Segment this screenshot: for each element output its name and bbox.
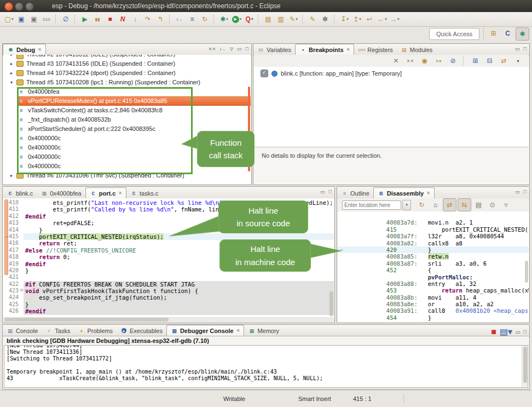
- debug-tree-row[interactable]: ▸ Thread #4 1073432224 (dport) (Suspende…: [3, 68, 251, 78]
- step-over-button[interactable]: ↷: [142, 13, 154, 25]
- view-menu-button[interactable]: ▽: [230, 47, 233, 51]
- debug-tree-row[interactable]: ▸ Thread #2 1073413312 (IDLE) (Suspended…: [3, 55, 251, 59]
- tab-close-icon[interactable]: ✕: [346, 47, 350, 52]
- toolbar-button[interactable]: [213, 15, 216, 24]
- debug-perspective-button[interactable]: ✱: [516, 27, 529, 41]
- chevron-down-icon[interactable]: ▾: [346, 17, 349, 21]
- scrollbar-thumb[interactable]: [523, 347, 527, 383]
- disassembly-line[interactable]: 40083a7d: movi.n a2, 1: [338, 213, 529, 219]
- suspend-button[interactable]: ▮▮: [91, 13, 104, 25]
- expand-arrow-icon[interactable]: ▸: [10, 55, 16, 59]
- vertical-scrollbar[interactable]: [522, 346, 528, 387]
- tab-outline[interactable]: Outline: [337, 188, 373, 198]
- debug-tree-row[interactable]: ▸ Thread #6 1073431096 (Tmr Svc) (Suspen…: [3, 171, 251, 180]
- view-menu-button[interactable]: ▾: [512, 55, 524, 67]
- toolbar-button[interactable]: [55, 15, 57, 24]
- remove-all-breakpoints-button[interactable]: ✕✕: [404, 55, 417, 67]
- tab-close-icon[interactable]: ✕: [118, 191, 122, 196]
- run-button[interactable]: ▶ ▾: [230, 13, 243, 25]
- profile-button[interactable]: Q ▾: [243, 13, 256, 25]
- location-input[interactable]: [342, 200, 401, 210]
- maximize-button[interactable]: □: [246, 46, 248, 51]
- maximize-button[interactable]: □: [329, 189, 332, 194]
- tab-debug[interactable]: Debug ✕: [3, 44, 46, 55]
- toolbar-button[interactable]: [169, 15, 171, 24]
- disconnect-button[interactable]: N: [117, 13, 129, 25]
- home-icon[interactable]: ⌂: [429, 199, 442, 211]
- tab-variables[interactable]: Variables: [253, 44, 295, 55]
- resume-button[interactable]: ▶: [79, 13, 91, 25]
- open-new-view-button[interactable]: ▤: [472, 199, 485, 211]
- tab-close-icon[interactable]: ✕: [426, 191, 430, 196]
- window-close-button[interactable]: [4, 2, 13, 11]
- code-line[interactable]: 421: [3, 274, 334, 280]
- vertical-scrollbar[interactable]: [329, 291, 333, 316]
- chevron-down-icon[interactable]: ▾: [240, 17, 242, 21]
- toggle-mark-occurrences-button[interactable]: ✎: [307, 13, 319, 25]
- vertical-scrollbar[interactable]: [525, 261, 528, 283]
- chevron-down-icon[interactable]: ▾: [385, 17, 387, 21]
- debug-tree-row[interactable]: ▸ Thread #3 1073413156 (IDLE) (Suspended…: [3, 59, 251, 68]
- cpp-perspective-button[interactable]: C: [501, 27, 514, 39]
- console-output[interactable]: [New Thread 1073468744] [New Thread 1073…: [4, 345, 528, 388]
- open-resource-button[interactable]: ▥: [275, 13, 287, 25]
- skip-all-breakpoints-button[interactable]: ⊘: [447, 55, 459, 67]
- debug-tree-row[interactable]: ▾ Thread #5 1073410208 (ipc1 : Running) …: [3, 78, 251, 87]
- pin-view-button[interactable]: ⊙: [486, 199, 499, 211]
- chevron-down-icon[interactable]: ▾: [296, 17, 298, 21]
- chevron-down-icon[interactable]: ▾: [508, 327, 512, 336]
- step-return-button[interactable]: ↰: [154, 13, 167, 25]
- tab-executables[interactable]: Executables: [117, 325, 166, 336]
- tab-registers[interactable]: Registers: [354, 44, 396, 55]
- expand-all-button[interactable]: ⊞: [469, 55, 482, 67]
- fold-marker-icon[interactable]: ⊖: [20, 288, 24, 293]
- location-dropdown-button[interactable]: ▾: [402, 200, 411, 210]
- breakpoint-checkbox[interactable]: [261, 70, 268, 77]
- remove-all-terminated-button[interactable]: ✕✕: [209, 47, 216, 51]
- link-with-debug-view-button[interactable]: ⇄: [498, 55, 510, 67]
- minimize-button[interactable]: ▭: [320, 189, 325, 194]
- display-selected-console-button[interactable]: ▤▾: [500, 326, 512, 337]
- maximize-button[interactable]: □: [524, 329, 527, 335]
- tab-breakpoints[interactable]: Breakpoints ✕: [295, 44, 354, 55]
- skip-all-breakpoints-button[interactable]: ∅: [60, 13, 72, 25]
- tab-blink-c[interactable]: blink.c: [3, 188, 37, 198]
- expand-arrow-icon[interactable]: ▸: [10, 171, 16, 180]
- tab-modules[interactable]: Modules: [397, 44, 437, 55]
- toolbar-button[interactable]: [334, 15, 336, 24]
- debug-tree-row[interactable]: _frxt_dispatch() at 0x4008532b: [3, 115, 251, 124]
- disassembly-listing[interactable]: → 40083a7d: movi.n a2, 1 415 portEXIT_CR…: [338, 211, 529, 322]
- open-perspective-button[interactable]: ⊞: [487, 27, 500, 39]
- maximize-button[interactable]: □: [524, 189, 527, 194]
- debug-tree-row[interactable]: vPortCPUReleaseMutex() at port.c:415 0x4…: [18, 96, 251, 106]
- back-button[interactable]: ← ▾: [376, 13, 389, 25]
- tab-0x4000bfea[interactable]: 0x4000bfea: [37, 188, 85, 198]
- breakpoint-row[interactable]: blink.c [function: app_main] [type: Temp…: [254, 67, 529, 77]
- instruction-stepping-mode-button[interactable]: i→: [220, 47, 225, 51]
- toolbar-button[interactable]: [302, 15, 304, 24]
- build-settings-button[interactable]: ✽: [319, 13, 332, 25]
- instruction-stepping-button[interactable]: i→: [174, 13, 186, 25]
- minimize-button[interactable]: ▭: [237, 46, 242, 51]
- reset-target-button[interactable]: ↻: [199, 13, 211, 25]
- scrollbar-thumb[interactable]: [4, 318, 169, 322]
- next-annotation-button[interactable]: ↧ ▾: [338, 13, 351, 25]
- tab-memory[interactable]: Memory: [244, 325, 283, 336]
- chevron-down-icon[interactable]: ▾: [11, 17, 14, 21]
- expand-arrow-icon[interactable]: ▸: [10, 59, 16, 68]
- show-source-button[interactable]: ⇆: [458, 198, 471, 211]
- step-into-button[interactable]: ↓: [129, 13, 142, 25]
- minimize-button[interactable]: ▭: [515, 46, 520, 51]
- collapse-all-button[interactable]: ⊟: [483, 55, 496, 67]
- tab-problems[interactable]: Problems: [74, 325, 116, 336]
- last-edit-location-button[interactable]: ↩: [363, 13, 376, 25]
- minimize-button[interactable]: ▭: [515, 189, 520, 194]
- tab-close-icon[interactable]: ✕: [236, 328, 240, 333]
- chevron-down-icon[interactable]: ▾: [359, 17, 361, 21]
- tab-tasks-c[interactable]: tasks.c: [126, 188, 162, 198]
- horizontal-scrollbar[interactable]: [3, 317, 334, 322]
- code-line[interactable]: 424 esp_set_breakpoint_if_jtag(function)…: [3, 294, 334, 301]
- refresh-icon[interactable]: ↻: [415, 199, 428, 211]
- save-button[interactable]: ▣: [15, 13, 28, 25]
- chevron-down-icon[interactable]: ▾: [397, 17, 400, 21]
